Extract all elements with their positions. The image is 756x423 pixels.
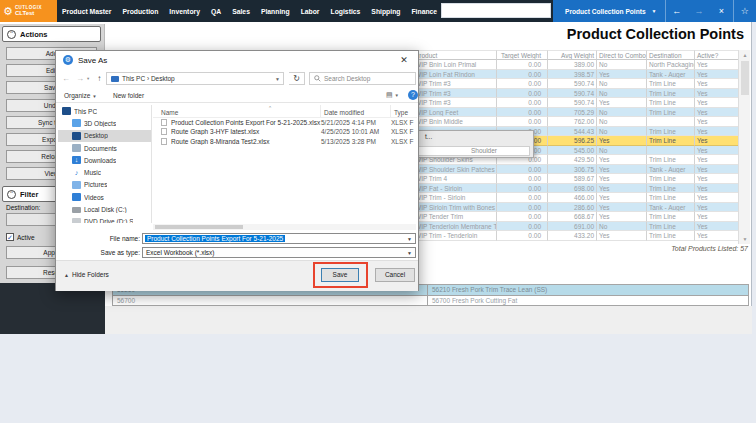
tree-item-label: Music (84, 169, 101, 176)
menu-item-shipping[interactable]: Shipping (371, 8, 400, 15)
file-name-value[interactable]: Product Collection Points Export For 5-2… (145, 235, 285, 242)
cell: Tank - Auger (647, 70, 695, 80)
organize-button[interactable]: Organize ▼ (64, 92, 97, 99)
cell: Trim Line (647, 79, 695, 89)
file-column-header-0[interactable]: Name (153, 105, 321, 117)
cell: Trim Line (647, 231, 695, 241)
cell: 762.00 (548, 117, 597, 127)
address-chevron-icon[interactable]: ▼ (275, 76, 280, 82)
tree-item-downloads[interactable]: ↓Downloads (58, 154, 151, 166)
menu-item-labor[interactable]: Labor (301, 8, 320, 15)
menu-item-planning[interactable]: Planning (261, 8, 290, 15)
menu-item-logistics[interactable]: Logistics (331, 8, 361, 15)
forward-icon[interactable]: → (76, 74, 84, 83)
view-mode-icon[interactable]: ▤ ▼ (386, 91, 399, 99)
cell: 0.00 (497, 60, 548, 70)
file-date: 5/13/2025 3:28 PM (321, 138, 391, 145)
dialog-search-box[interactable]: Search Desktop (309, 72, 416, 85)
cell: Yes (695, 174, 738, 184)
file-row[interactable]: Product Collection Points Export For 5-2… (153, 118, 417, 127)
column-header-1[interactable]: Target Weight (497, 50, 548, 60)
close-screen-button[interactable]: × (710, 6, 732, 16)
menu-item-inventory[interactable]: Inventory (169, 8, 200, 15)
lookup-row[interactable]: 5670056700 Fresh Pork Cutting Fat (113, 295, 748, 306)
destination-label: Destination: (6, 204, 40, 211)
collapse-icon[interactable]: ⌃ (7, 190, 16, 199)
file-row[interactable]: Route Graph 8-Miranda Test2.xlsx5/13/202… (153, 137, 417, 146)
screen-selector-dropdown[interactable]: Product Collection Points (565, 8, 646, 15)
tree-item-local-disk-c[interactable]: Local Disk (C:) (58, 203, 151, 215)
cell: Yes (695, 136, 738, 146)
new-folder-button[interactable]: New folder (113, 92, 144, 99)
refresh-icon[interactable]: ↻ (289, 72, 305, 85)
menu-item-sales[interactable]: Sales (232, 8, 250, 15)
collapse-icon[interactable]: ⌃ (7, 30, 16, 39)
tree-item-label: Pictures (84, 181, 107, 188)
tree-item-music[interactable]: ♪Music (58, 166, 151, 178)
file-name-combo[interactable]: Product Collection Points Export For 5-2… (142, 233, 416, 244)
save-button[interactable]: Save (321, 268, 359, 282)
help-icon[interactable]: ? (408, 90, 418, 100)
save-type-combo[interactable]: Excel Workbook (*.xlsx) ▼ (142, 247, 416, 258)
combo-chevron-icon[interactable]: ▼ (407, 250, 412, 256)
edit-popup: t... Shoulder (406, 130, 534, 158)
file-list-horizontal-scrollbar[interactable] (153, 224, 416, 230)
menu-item-product-master[interactable]: Product Master (62, 8, 111, 15)
tree-item-documents[interactable]: Documents (58, 142, 151, 154)
cancel-button[interactable]: Cancel (375, 268, 415, 282)
file-row[interactable]: Route Graph 3-HYF latest.xlsx4/25/2025 1… (153, 127, 417, 136)
chevron-down-icon[interactable]: ▼ (652, 8, 657, 14)
address-bar[interactable]: This PC › Desktop ▼ (106, 72, 284, 85)
file-column-header-2[interactable]: Type (391, 105, 417, 117)
tree-item-dvd-drive-d-s[interactable]: DVD Drive (D:) S (58, 216, 151, 223)
page-title: Product Collection Points (567, 26, 744, 42)
save-type-value[interactable]: Excel Workbook (*.xlsx) (146, 249, 215, 256)
popup-title-fragment: t... (425, 133, 432, 140)
tree-item-pictures[interactable]: Pictures (58, 179, 151, 191)
popup-value-field[interactable]: Shoulder (410, 146, 530, 156)
menu-item-finance[interactable]: Finance (411, 8, 437, 15)
back-icon[interactable]: ← (62, 74, 70, 83)
file-name-label: File name: (60, 235, 140, 242)
tree-item-desktop[interactable]: Desktop (58, 130, 151, 142)
topbar-search-input[interactable] (441, 3, 551, 18)
download-icon: ↓ (72, 156, 81, 164)
actions-panel-header[interactable]: ⌃ Actions (2, 26, 101, 42)
menu-item-production[interactable]: Production (122, 8, 158, 15)
cell: Yes (695, 70, 738, 80)
table-vertical-scrollbar[interactable]: ▲ ▼ (738, 50, 750, 244)
tree-item-videos[interactable]: Videos (58, 191, 151, 203)
scrollbar-thumb[interactable] (155, 225, 243, 229)
tree-item-label: Local Disk (C:) (84, 206, 127, 213)
favorite-star-icon[interactable]: ☆ (734, 6, 756, 16)
scrollbar-thumb[interactable] (741, 61, 749, 95)
combo-chevron-icon[interactable]: ▼ (407, 236, 412, 242)
cell: Yes (597, 155, 647, 165)
up-directory-icon[interactable]: ↑ (97, 74, 101, 83)
cell: 589.67 (548, 174, 597, 184)
breadcrumb[interactable]: This PC › Desktop (122, 75, 175, 82)
back-button[interactable]: ← (666, 6, 688, 16)
file-column-header-1[interactable]: Date modified (321, 105, 391, 117)
cell: 0.00 (497, 165, 548, 175)
scroll-down-icon[interactable]: ▼ (739, 234, 751, 244)
column-header-2[interactable]: Avg Weight (548, 50, 597, 60)
tree-item-this-pc[interactable]: This PC (58, 105, 151, 117)
column-header-4[interactable]: Destination (647, 50, 695, 60)
scroll-up-icon[interactable]: ▲ (739, 50, 751, 60)
save-as-gear-icon: ⚙ (63, 55, 73, 65)
cell: Trim Line (647, 174, 695, 184)
active-checkbox[interactable]: ✓ Active (6, 233, 35, 241)
tree-item-label: 3D Objects (84, 120, 116, 127)
menu-item-qa[interactable]: QA (211, 8, 221, 15)
column-header-3[interactable]: Direct to Combo (597, 50, 647, 60)
dialog-close-icon[interactable]: ✕ (390, 51, 418, 69)
hide-folders-button[interactable]: ▲Hide Folders (64, 271, 109, 278)
forward-button[interactable]: → (688, 6, 710, 16)
history-chevron-icon[interactable]: ▾ (87, 76, 89, 81)
video-icon (72, 193, 81, 201)
hard-drive-icon (72, 207, 81, 213)
tree-item-3d-objects[interactable]: 3D Objects (58, 117, 151, 129)
cell: 0.00 (497, 108, 548, 118)
column-header-5[interactable]: Active? (695, 50, 738, 60)
